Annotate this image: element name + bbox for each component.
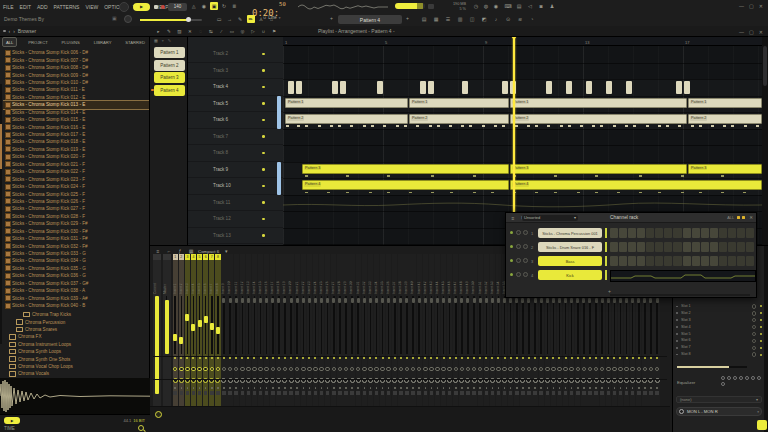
main-volume-meter[interactable] (395, 3, 425, 9)
channel-pan-knob[interactable] (516, 244, 521, 249)
track-header[interactable]: Track 4 (188, 79, 283, 96)
plugin-selector[interactable]: (none)▾ (676, 396, 762, 403)
strip-knob[interactable] (240, 367, 245, 372)
strip-knob[interactable] (216, 367, 221, 372)
fader-handle[interactable] (527, 298, 530, 303)
stop-button[interactable] (154, 5, 158, 9)
fader-handle[interactable] (405, 298, 408, 303)
mixer-strip-insert[interactable]: Insert 18 (276, 254, 281, 406)
step-cell[interactable] (701, 242, 709, 252)
track-mute-led[interactable] (262, 86, 265, 89)
strip-slot[interactable] (204, 391, 208, 395)
fader-handle[interactable] (277, 298, 280, 303)
browser-sample-row[interactable]: Sticks - Chroma Stomp Kick 025 - F (3, 190, 149, 197)
strip-knob[interactable] (289, 367, 294, 372)
strip-knob[interactable] (325, 367, 330, 372)
fader-handle[interactable] (222, 298, 225, 303)
slot-led[interactable] (760, 312, 762, 314)
volume-handle[interactable] (186, 17, 191, 22)
step-cell[interactable] (673, 256, 681, 266)
strip-slot[interactable] (454, 391, 458, 395)
scrollbar-thumb[interactable] (763, 46, 767, 86)
slot-led[interactable] (760, 305, 762, 307)
menu-add[interactable]: ADD (37, 4, 48, 10)
mixer-strip-insert[interactable]: Insert 42 (423, 254, 428, 406)
audio-clip[interactable] (684, 81, 690, 94)
slip-icon[interactable]: ↹ (208, 27, 215, 35)
browser-sample-row[interactable]: Sticks - Chroma Stomp Kick 021 - F (3, 161, 149, 168)
strip-slot[interactable] (539, 391, 543, 395)
fader-handle[interactable] (387, 298, 390, 303)
strip-knob[interactable] (417, 367, 422, 372)
slot-led[interactable] (760, 354, 762, 356)
channel-volume-knob[interactable] (523, 258, 528, 263)
pattern-clip[interactable]: Pattern 3 (302, 164, 509, 174)
browser-sample-row[interactable]: Sticks - Chroma Stomp Kick 019 - E (3, 146, 149, 153)
browser-sample-row[interactable]: Sticks - Chroma Stomp Kick 022 - F (3, 168, 149, 175)
strip-knob[interactable] (264, 367, 269, 372)
strip-slot[interactable] (283, 391, 287, 395)
fader-handle[interactable] (338, 298, 341, 303)
mic-icon[interactable]: ◉ (492, 2, 500, 10)
strip-knob[interactable] (368, 367, 373, 372)
eq-band-knob[interactable] (745, 376, 749, 380)
step-cell[interactable] (692, 242, 700, 252)
step-cell[interactable] (728, 242, 736, 252)
strip-slot[interactable] (594, 391, 598, 395)
step-cell[interactable] (637, 242, 645, 252)
step-cell[interactable] (619, 242, 627, 252)
step-cell[interactable] (710, 242, 718, 252)
browser-sample-row[interactable]: Sticks - Chroma Stomp Kick 030 - F# (3, 228, 149, 235)
strip-slot[interactable] (332, 391, 336, 395)
all-channels-label[interactable]: ALL (727, 216, 734, 220)
window-maximize-button[interactable]: ▢ (749, 29, 754, 35)
fader-handle[interactable] (424, 298, 427, 303)
browser-sample-row[interactable]: Sticks - Chroma Stomp Kick 017 - E (3, 131, 149, 138)
fader-handle[interactable] (308, 298, 311, 303)
fader-handle[interactable] (210, 323, 214, 330)
mixer-strip-insert[interactable]: Insert 45 (441, 254, 446, 406)
audio-clip[interactable] (420, 81, 426, 94)
slot-mix-knob[interactable] (752, 332, 757, 337)
step-cell[interactable] (746, 242, 754, 252)
browser-sample-row[interactable]: Sticks - Chroma Stomp Kick 028 - F (3, 213, 149, 220)
strip-knob[interactable] (222, 367, 227, 372)
fader-handle[interactable] (265, 298, 268, 303)
fader-handle[interactable] (235, 298, 238, 303)
browser-sample-row[interactable]: Sticks - Chroma Stomp Kick 037 - G# (3, 280, 149, 287)
strip-knob[interactable] (447, 367, 452, 372)
strip-knob[interactable] (594, 367, 599, 372)
strip-slot[interactable] (302, 391, 306, 395)
step-cell[interactable] (737, 256, 745, 266)
tab-library[interactable]: LIBRARY (91, 38, 115, 46)
mixer-strip-insert[interactable]: Insert 50 (471, 254, 476, 406)
strip-slot[interactable] (637, 391, 641, 395)
browser-sample-row[interactable]: Sticks - Chroma Stomp Kick 039 - A# (3, 294, 149, 301)
audio-clip[interactable] (546, 81, 552, 94)
back-icon[interactable]: ‹ (9, 28, 11, 34)
browser-sample-row[interactable]: Sticks - Chroma Stomp Kick 014 - E (3, 109, 149, 116)
audio-clip[interactable] (332, 81, 338, 94)
mixer-strip-insert[interactable]: 5Insert 5 (197, 254, 202, 406)
pencil-icon[interactable]: ✎ (166, 27, 173, 35)
paint-icon[interactable]: ✏ (247, 15, 255, 23)
mixer-strip-insert[interactable]: Insert 51 (478, 254, 483, 406)
strip-slot[interactable] (326, 391, 330, 395)
slot-mix-knob[interactable] (752, 352, 757, 357)
mixer-strip-master[interactable]: Master (163, 254, 171, 406)
step-cell[interactable] (746, 228, 754, 238)
fader-handle[interactable] (656, 298, 659, 303)
arrow-icon[interactable]: → (226, 15, 234, 23)
channel-volume-knob[interactable] (523, 272, 528, 277)
mixer-strip-insert[interactable]: Insert 21 (295, 254, 300, 406)
eq-band-knob[interactable] (721, 376, 725, 380)
channel-button[interactable]: Sticks - Chroma Percussion 001 (538, 228, 602, 238)
mixer-strip-insert[interactable]: Insert 24 (313, 254, 318, 406)
corner-highlight-button[interactable] (757, 420, 767, 430)
zoom-icon[interactable]: ◎ (239, 27, 246, 35)
strip-knob[interactable] (624, 367, 629, 372)
mixer-icon[interactable]: ▥ (456, 15, 464, 23)
strip-slot[interactable] (369, 391, 373, 395)
track-mute-led[interactable] (262, 168, 265, 171)
fx-slot[interactable]: Slot 4 (673, 324, 765, 331)
